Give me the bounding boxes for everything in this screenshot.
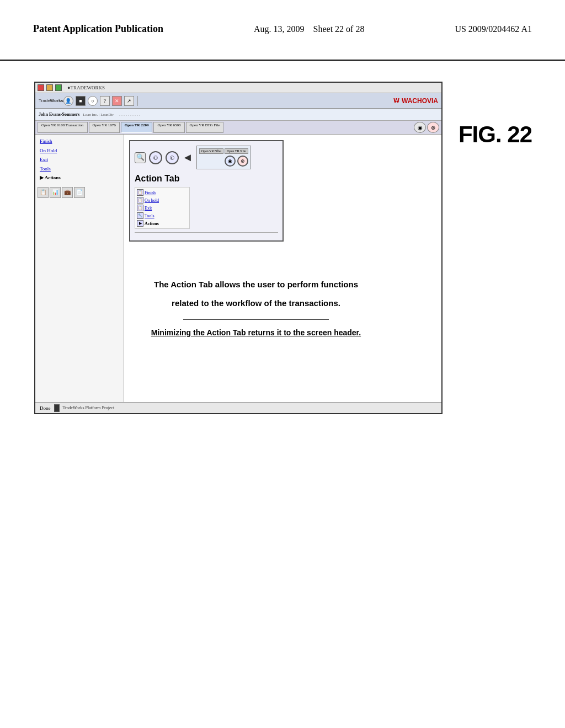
- mini-sidebar: 📋 Finish 📋 On hold 📋 Exit 🔧: [135, 187, 190, 229]
- right-tabs-box: Open YR Nflei Open YR Nile ◉ ⊗: [196, 146, 251, 169]
- nav-finish[interactable]: Finish: [38, 137, 121, 146]
- x-icon[interactable]: ✕: [112, 96, 122, 106]
- dots-sep: . . . . . . . . . .: [119, 112, 140, 117]
- tabs-row: Open YR 0108 Transaction Open YR 1076 Op…: [35, 121, 441, 135]
- close-window-btn[interactable]: [38, 84, 44, 91]
- tab-open-yr-6508[interactable]: Open YR 6508: [153, 122, 184, 133]
- sidebar-nav: Finish On Hold Exit Tools ▶ Actions: [35, 135, 123, 185]
- app-body: Finish On Hold Exit Tools ▶ Actions 📋 📊 …: [35, 135, 441, 402]
- mini-finish[interactable]: 📋 Finish: [137, 189, 188, 196]
- question-icon[interactable]: ?: [100, 96, 110, 106]
- desc-minimize: Minimizing the Action Tab returns it to …: [135, 326, 377, 339]
- maximize-window-btn[interactable]: [55, 84, 62, 91]
- tab-open-btg[interactable]: Open YR BTG File: [186, 122, 224, 133]
- right-circle-icon-2[interactable]: ⊗: [427, 122, 439, 133]
- done-label: Done: [40, 405, 51, 411]
- action-tab-title: Action Tab: [135, 174, 278, 184]
- right-icon-group: ◉ ⊗: [199, 156, 248, 167]
- sidebar-icon-row: 📋 📊 💼 📄: [35, 185, 123, 200]
- mini-on-hold[interactable]: 📋 On hold: [137, 197, 188, 204]
- popup-circle-icon-1[interactable]: ©: [149, 151, 162, 164]
- action-tab-popup: 🔍 © © ◄ Open YR Nflei Open YR Nile: [129, 140, 284, 242]
- patent-info: Aug. 13, 2009 Sheet 22 of 28: [254, 22, 364, 36]
- app-top-bar: TradeWorks 👤 ■ ○ ? ✕ ↗ W̶ WACHOVIA: [35, 93, 441, 109]
- desc-line2: related to the workflow of the transacti…: [135, 297, 377, 310]
- mini-tools[interactable]: 🔧 Tools: [137, 212, 188, 219]
- mini-exit[interactable]: 📋 Exit: [137, 205, 188, 211]
- toolbar-separator: [137, 96, 138, 106]
- logo-area: TradeWorks: [39, 98, 63, 103]
- search-icon[interactable]: 🔍: [135, 152, 146, 163]
- patent-title: Patent Application Publication: [33, 22, 163, 36]
- nav-actions[interactable]: ▶ Actions: [38, 173, 121, 183]
- right-circle-icon-1[interactable]: ◉: [414, 122, 426, 133]
- user-role: Loan Inc. | LoanDir: [83, 113, 113, 117]
- circle-icon[interactable]: ○: [88, 96, 98, 106]
- browser-label: ●TRADEWORKS: [67, 85, 105, 90]
- mini-tab-1[interactable]: Open YR Nflei: [199, 148, 223, 154]
- right-circle-1[interactable]: ◉: [225, 156, 236, 167]
- sidebar-icon-2[interactable]: 📊: [50, 187, 61, 198]
- browser-chrome: ●TRADEWORKS: [35, 83, 441, 93]
- wachovia-logo: W̶ WACHOVIA: [393, 97, 438, 105]
- minimize-window-btn[interactable]: [46, 84, 53, 91]
- user-tabs-bar: John Evans-Sommers Loan Inc. | LoanDir .…: [35, 109, 441, 121]
- app-window: ●TRADEWORKS TradeWorks 👤 ■ ○ ? ✕ ↗ W̶ WA…: [34, 82, 443, 414]
- status-bar-indicator: [54, 404, 60, 412]
- nav-tools[interactable]: Tools: [38, 164, 121, 174]
- tab-open-yr-0108[interactable]: Open YR 0108 Transaction: [38, 122, 88, 133]
- mini-actions[interactable]: ▶ Actions: [137, 220, 188, 227]
- right-circle-2[interactable]: ⊗: [237, 156, 248, 167]
- tradeworks-label: TradeWorks: [39, 98, 63, 103]
- nav-exit[interactable]: Exit: [38, 155, 121, 164]
- taskbar-project: TradeWorks Platform Project: [63, 405, 115, 410]
- action-area: 🔍 © © ◄ Open YR Nflei Open YR Nile: [124, 135, 441, 402]
- sidebar-icon-1[interactable]: 📋: [38, 187, 49, 198]
- app-frame: TradeWorks 👤 ■ ○ ? ✕ ↗ W̶ WACHOVIA John …: [35, 93, 441, 413]
- status-bar: Done TradeWorks Platform Project: [35, 402, 441, 413]
- desc-line1: The Action Tab allows the user to perfor…: [135, 278, 377, 291]
- sidebar-icon-4[interactable]: 📄: [74, 187, 85, 198]
- w-symbol: W̶: [393, 98, 399, 104]
- patent-number: US 2009/0204462 A1: [455, 22, 532, 36]
- description-area: The Action Tab allows the user to perfor…: [135, 278, 377, 339]
- popup-top-row: 🔍 © © ◄ Open YR Nflei Open YR Nile: [135, 146, 278, 169]
- left-sidebar: Finish On Hold Exit Tools ▶ Actions 📋 📊 …: [35, 135, 124, 402]
- user-name: John Evans-Sommers: [39, 112, 79, 117]
- nav-on-hold[interactable]: On Hold: [38, 146, 121, 156]
- tab-open-yr-2209[interactable]: Open YR 2209: [121, 122, 153, 133]
- toolbar-icons: 👤 ■ ○ ? ✕ ↗: [63, 96, 139, 106]
- square-dark-icon[interactable]: ■: [76, 96, 86, 106]
- person-icon[interactable]: 👤: [63, 96, 73, 106]
- mini-tabs-row: Open YR Nflei Open YR Nile: [199, 148, 248, 154]
- sidebar-icon-3[interactable]: 💼: [62, 187, 73, 198]
- arrow-icon[interactable]: ↗: [124, 96, 134, 106]
- left-arrow-icon: ◄: [182, 151, 193, 164]
- page-header: Patent Application Publication Aug. 13, …: [0, 0, 565, 47]
- pub-date: Aug. 13, 2009: [254, 24, 305, 34]
- figure-label: FIG. 22: [459, 121, 532, 148]
- header-divider: [0, 60, 565, 61]
- desc-divider: [183, 319, 329, 320]
- tab-open-yr-1076[interactable]: Open YR 1076: [89, 122, 120, 133]
- popup-divider: [135, 232, 278, 233]
- sheet-info: Sheet 22 of 28: [313, 24, 365, 34]
- popup-circle-icon-2[interactable]: ©: [166, 151, 179, 164]
- mini-tab-2[interactable]: Open YR Nile: [225, 148, 248, 154]
